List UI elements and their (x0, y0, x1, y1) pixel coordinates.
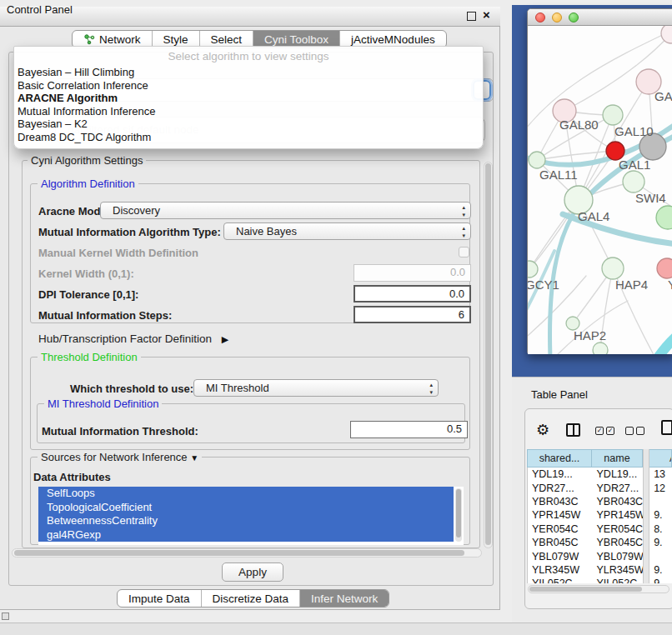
network-graph-canvas[interactable]: GALGAL80GAL10GAL1GAL11SWI4GAL4GCY1HAP4YH… (528, 26, 672, 354)
kernel-width-field[interactable]: 0.0 (354, 264, 471, 282)
deselect-all-checkboxes-icon[interactable] (625, 427, 644, 435)
table-horizontal-scrollbar-thumb[interactable] (529, 587, 642, 592)
combo-stepper-icon: ▴▾ (429, 381, 433, 396)
combo-stepper-icon: ▴▾ (462, 203, 465, 218)
column-header[interactable]: A (649, 449, 672, 468)
table-horizontal-scrollbar[interactable] (528, 585, 669, 593)
mi-steps-label: Mutual Information Steps: (38, 309, 172, 322)
data-attribute-item[interactable]: SelfLoops (38, 487, 454, 501)
table-cell: 9. (649, 578, 672, 583)
table-cell: YDR27... (528, 482, 593, 494)
table-row[interactable]: YIL052CYIL052C9. (528, 577, 672, 583)
table-cell: YER054C (528, 523, 593, 535)
table-row[interactable]: YBR045CYBR045C9. (528, 536, 672, 549)
network-edge (553, 301, 628, 354)
network-window-titlebar[interactable] (528, 9, 672, 26)
table-row[interactable]: YPR145WYPR145W9. (528, 508, 672, 522)
network-node[interactable] (529, 152, 545, 168)
data-attribute-item[interactable]: BetweennessCentrality (38, 514, 454, 528)
attributes-list-scrollbar-thumb[interactable] (456, 489, 461, 538)
table-panel-title: Table Panel (531, 388, 588, 401)
settings-vertical-scrollbar-thumb[interactable] (485, 163, 491, 545)
network-view-window[interactable]: GALGAL80GAL10GAL1GAL11SWI4GAL4GCY1HAP4YH… (527, 8, 672, 354)
algorithm-option[interactable]: Basic Correlation Inference (14, 79, 483, 92)
network-node[interactable] (656, 206, 672, 229)
mi-threshold-label: Mutual Information Threshold: (42, 425, 198, 438)
table-row[interactable]: YLR345WYLR345W9. (528, 563, 672, 577)
tab-discretize-data[interactable]: Discretize Data (201, 590, 300, 607)
column-header[interactable]: name (592, 449, 643, 468)
data-attributes-list[interactable]: SelfLoopsTopologicalCoefficientBetweenne… (38, 487, 464, 545)
network-node[interactable] (602, 258, 624, 279)
network-node[interactable] (528, 261, 538, 278)
table-cell: YER054C (593, 523, 644, 535)
settings-horizontal-scrollbar[interactable] (12, 548, 482, 558)
control-panel-titlebar[interactable] (0, 7, 500, 27)
mi-algorithm-type-combo[interactable]: Naive Bayes ▴▾ (223, 222, 471, 240)
mi-type-label: Mutual Information Algorithm Type: (38, 226, 221, 238)
network-node[interactable] (593, 342, 608, 354)
table-row[interactable]: YER054CYER054C8. (528, 522, 672, 536)
tab-cyni-toolbox[interactable]: Cyni Toolbox (253, 31, 339, 48)
algorithm-option[interactable]: Dream8 DC_TDC Algorithm (14, 131, 483, 144)
network-edge (651, 328, 672, 354)
settings-vertical-scrollbar[interactable] (484, 162, 493, 548)
manual-kernel-width-checkbox[interactable] (459, 247, 469, 258)
aracne-mode-combo[interactable]: Discovery ▴▾ (100, 202, 471, 219)
data-attribute-item[interactable]: TopologicalCoefficient (38, 501, 454, 515)
tab-network[interactable]: Network (73, 31, 152, 48)
tab-style[interactable]: Style (152, 31, 199, 48)
table-cell: YLR345W (528, 564, 593, 576)
table-row[interactable]: YDL19...YDL19...13 (528, 468, 672, 481)
float-window-icon[interactable] (467, 12, 476, 21)
node-label: SWI4 (635, 191, 666, 205)
new-table-icon[interactable] (661, 420, 672, 435)
kernel-width-label: Kernel Width (0,1): (38, 268, 134, 280)
minimize-traffic-light-icon[interactable] (552, 12, 562, 22)
network-node[interactable] (657, 258, 672, 278)
zoom-traffic-light-icon[interactable] (569, 12, 579, 22)
sources-group-title[interactable]: Sources for Network Inference ▼ (38, 451, 202, 463)
collapse-arrow-icon: ▼ (190, 453, 198, 462)
which-threshold-combo[interactable]: MI Threshold ▴▾ (193, 379, 439, 397)
close-traffic-light-icon[interactable] (535, 12, 545, 22)
mi-threshold-field[interactable]: 0.5 (350, 421, 468, 438)
table-settings-gear-icon[interactable]: ⚙ (536, 421, 549, 439)
node-label: GAL10 (614, 124, 654, 138)
table-cell: 9. (649, 564, 672, 576)
dpi-tolerance-label: DPI Tolerance [0,1]: (38, 288, 138, 301)
network-node[interactable] (661, 26, 672, 43)
settings-horizontal-scrollbar-thumb[interactable] (14, 550, 464, 556)
data-attribute-item[interactable]: gal4RGexp (38, 528, 454, 542)
table-row[interactable]: YBR043CYBR043C (528, 495, 672, 508)
attributes-list-scrollbar[interactable] (455, 488, 462, 542)
column-header[interactable]: shared... (527, 449, 592, 468)
table-row[interactable]: YDR27...YDR27...12 (528, 481, 672, 494)
node-label: GAL (654, 89, 672, 103)
network-node[interactable] (623, 171, 644, 192)
tab-select[interactable]: Select (199, 31, 253, 48)
column-visibility-icon[interactable] (566, 423, 580, 437)
table-cell: 8. (649, 523, 672, 535)
status-bar (0, 622, 672, 635)
select-all-checkboxes-icon[interactable]: ✓✓ (595, 427, 614, 435)
network-node[interactable] (603, 105, 623, 125)
threshold-definition-title: Threshold Definition (38, 351, 141, 363)
algorithm-option[interactable]: Bayesian – K2 (14, 118, 483, 131)
mi-steps-field[interactable]: 6 (354, 306, 471, 323)
algorithm-option[interactable]: ARACNE Algorithm (14, 92, 483, 105)
manual-kernel-width-label: Manual Kernel Width Definition (38, 247, 198, 259)
close-panel-icon[interactable]: × (483, 8, 490, 22)
tab-impute-data[interactable]: Impute Data (118, 590, 201, 607)
collapsed-panel-icon[interactable] (2, 612, 9, 620)
hub-tf-definition-toggle[interactable]: Hub/Transcription Factor Definition ▶ (38, 332, 228, 345)
algorithm-option[interactable]: Mutual Information Inference (14, 105, 483, 118)
tab-infer-network[interactable]: Infer Network (299, 590, 389, 607)
apply-button[interactable]: Apply (222, 562, 283, 582)
algorithm-dropdown-popup: Select algorithm to view settings Bayesi… (13, 46, 484, 149)
algorithm-option[interactable]: Bayesian – Hill Climbing (14, 66, 483, 79)
table-cell: 9. (649, 509, 672, 521)
tab-jactivemnodules[interactable]: jActiveMNodules (339, 31, 446, 48)
table-row[interactable]: YBL079WYBL079W (528, 549, 672, 562)
dpi-tolerance-field[interactable]: 0.0 (354, 285, 471, 302)
